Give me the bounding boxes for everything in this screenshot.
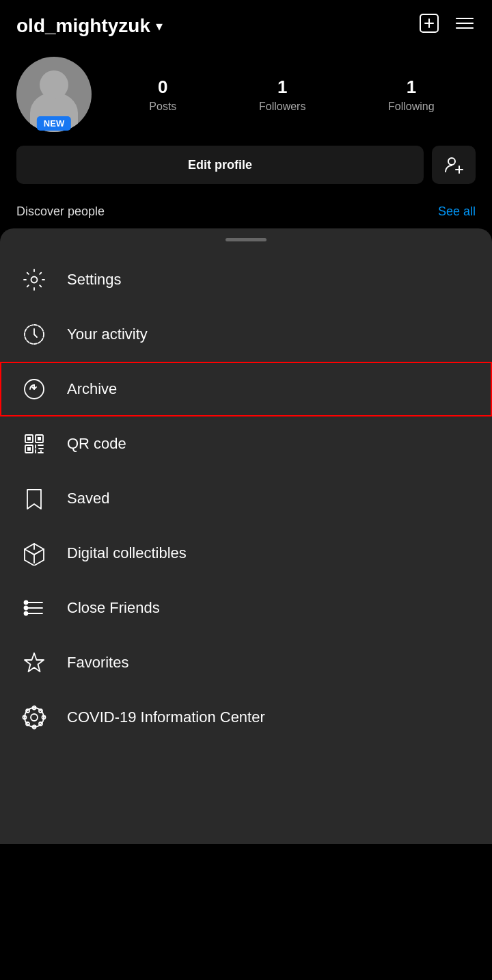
svg-point-32 (31, 714, 38, 721)
followers-stat[interactable]: 1 Followers (259, 77, 305, 113)
discover-label: Discover people (16, 204, 105, 219)
saved-icon (20, 485, 48, 512)
posts-label: Posts (149, 101, 176, 113)
menu-item-settings[interactable]: Settings (0, 252, 492, 307)
closefriends-label: Close Friends (67, 599, 160, 617)
followers-label: Followers (259, 101, 305, 113)
menu-item-favorites[interactable]: Favorites (0, 635, 492, 690)
svg-point-9 (31, 277, 38, 283)
menu-item-activity[interactable]: Your activity (0, 307, 492, 362)
svg-rect-17 (27, 447, 31, 451)
header-icons (418, 12, 476, 39)
activity-label: Your activity (67, 326, 148, 343)
header-left: old_mightyzuk ▾ (16, 15, 163, 37)
svg-marker-30 (25, 653, 44, 672)
svg-point-6 (448, 158, 455, 165)
menu-item-digital[interactable]: Digital collectibles (0, 526, 492, 581)
new-post-icon[interactable] (418, 12, 440, 39)
svg-rect-16 (38, 437, 41, 440)
sheet-handle-row (0, 228, 492, 246)
menu-item-qrcode[interactable]: QR code (0, 416, 492, 471)
action-row: Edit profile (0, 146, 492, 198)
add-person-button[interactable] (432, 146, 476, 184)
menu-item-covid[interactable]: COVID-19 Information Center (0, 690, 492, 745)
activity-icon (20, 321, 48, 348)
following-count: 1 (407, 77, 416, 98)
saved-label: Saved (67, 490, 109, 507)
following-label: Following (388, 101, 435, 113)
archive-icon (20, 375, 48, 403)
menu-list: Settings Your activity Arc (0, 246, 492, 752)
settings-label: Settings (67, 271, 122, 289)
profile-section: NEW 0 Posts 1 Followers 1 Following (0, 46, 492, 146)
qrcode-icon (20, 430, 48, 458)
closefriends-icon (20, 594, 48, 622)
followers-count: 1 (277, 77, 287, 98)
digital-label: Digital collectibles (67, 544, 187, 562)
settings-icon (20, 266, 48, 293)
digital-icon (20, 540, 48, 567)
header: old_mightyzuk ▾ (0, 0, 492, 46)
username[interactable]: old_mightyzuk (16, 15, 150, 37)
menu-item-saved[interactable]: Saved (0, 471, 492, 526)
covid-label: COVID-19 Information Center (67, 708, 265, 726)
archive-label: Archive (67, 380, 117, 398)
avatar-container: NEW (16, 57, 92, 132)
svg-point-27 (25, 601, 28, 605)
hamburger-menu-icon[interactable] (454, 12, 476, 39)
new-badge[interactable]: NEW (37, 116, 71, 131)
chevron-down-icon[interactable]: ▾ (156, 18, 163, 34)
discover-people-row: Discover people See all (0, 198, 492, 228)
qrcode-label: QR code (67, 435, 126, 453)
svg-point-28 (25, 607, 28, 610)
favorites-label: Favorites (67, 654, 128, 672)
sheet-handle (226, 238, 266, 241)
menu-item-archive[interactable]: Archive (0, 362, 492, 416)
posts-count: 0 (158, 77, 167, 98)
svg-rect-15 (27, 437, 31, 440)
menu-item-closefriends[interactable]: Close Friends (0, 581, 492, 635)
covid-icon (20, 704, 48, 731)
stats-row: 0 Posts 1 Followers 1 Following (108, 77, 476, 113)
posts-stat[interactable]: 0 Posts (149, 77, 176, 113)
edit-profile-button[interactable]: Edit profile (16, 146, 424, 184)
avatar-head (40, 70, 68, 99)
following-stat[interactable]: 1 Following (388, 77, 435, 113)
svg-point-29 (25, 612, 28, 615)
svg-point-31 (25, 708, 44, 727)
favorites-icon (20, 649, 48, 676)
see-all-link[interactable]: See all (438, 204, 476, 219)
bottom-sheet: Settings Your activity Arc (0, 228, 492, 844)
